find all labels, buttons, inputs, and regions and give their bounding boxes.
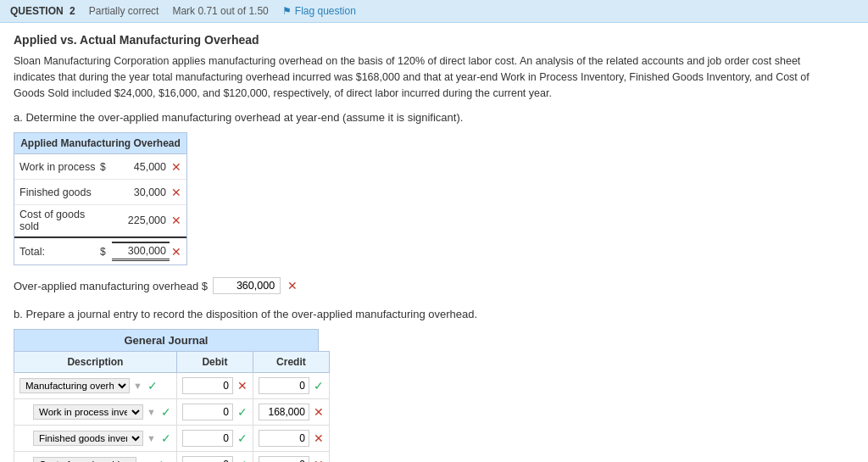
dropdown-arrow-fgi: ▼ [147, 433, 156, 443]
col-header-debit: Debit [176, 352, 253, 373]
general-journal-container: General Journal Description Debit Credit… [14, 329, 319, 462]
credit-cell-wip: ✕ [253, 399, 329, 426]
credit-input-fgi[interactable] [259, 430, 309, 447]
col-header-credit: Credit [253, 352, 329, 373]
debit-check-icon-cogs-journal: ✓ [237, 458, 248, 462]
credit-input-mfg-overhead[interactable] [259, 377, 309, 394]
row-label-work-in-process: Work in process [19, 161, 100, 173]
row-value-finished-goods: 30,000 [112, 186, 170, 198]
debit-cell-fgi: ✓ [176, 426, 253, 452]
debit-input-fgi[interactable] [182, 430, 233, 447]
over-applied-input[interactable] [213, 277, 281, 294]
desc-cell-cogs-journal: Cost of goods sold ▼ ✓ [14, 452, 177, 462]
main-content: Applied vs. Actual Manufacturing Overhea… [0, 23, 848, 462]
x-icon-total[interactable]: ✕ [171, 245, 181, 259]
desc-cell-mfg-overhead: Manufacturing overhead ▼ ✓ [14, 373, 177, 399]
top-bar: QUESTION 2 Partially correct Mark 0.71 o… [0, 0, 868, 23]
part-a-label: a. Determine the over-applied manufactur… [14, 111, 834, 124]
credit-cell-mfg-overhead: ✓ [253, 373, 329, 399]
applied-manufacturing-overhead-table: Applied Manufacturing Overhead Work in p… [14, 132, 187, 265]
row-value-cogs: 225,000 [112, 214, 170, 226]
section-title: Applied vs. Actual Manufacturing Overhea… [14, 33, 834, 47]
table-row: Finished goods 30,000 ✕ [14, 180, 186, 205]
over-applied-row: Over-applied manufacturing overhead $ ✕ [14, 277, 834, 294]
row-label-total: Total: [19, 246, 100, 258]
desc-select-mfg-overhead[interactable]: Manufacturing overhead [19, 378, 130, 393]
status-badge: Partially correct [89, 5, 159, 17]
part-b-label: b. Prepare a journal entry to record the… [14, 308, 834, 320]
row-value-total: 300,000 [112, 242, 170, 261]
table-row: Work in process inventory ▼ ✓ ✓ [14, 399, 330, 426]
over-applied-label: Over-applied manufacturing overhead $ [14, 280, 208, 292]
question-label: QUESTION 2 [10, 5, 75, 17]
credit-input-cogs-journal[interactable] [259, 456, 309, 462]
credit-cell-cogs-journal: ✕ [253, 452, 329, 462]
check-icon-fgi: ✓ [161, 431, 171, 445]
check-icon-wip: ✓ [161, 405, 171, 419]
desc-select-wip[interactable]: Work in process inventory [33, 404, 143, 420]
dropdown-arrow-mfg-overhead: ▼ [133, 381, 142, 391]
credit-x-icon-wip[interactable]: ✕ [314, 405, 324, 419]
table-row: Cost of goods sold 225,000 ✕ [14, 205, 186, 237]
table-row: Work in process $ 45,000 ✕ [14, 154, 186, 180]
debit-check-icon-fgi: ✓ [237, 431, 248, 445]
section-description: Sloan Manufacturing Corporation applies … [14, 53, 834, 101]
x-icon-finished-goods[interactable]: ✕ [171, 186, 181, 199]
desc-cell-wip: Work in process inventory ▼ ✓ [14, 399, 177, 426]
debit-cell-wip: ✓ [176, 399, 253, 426]
credit-x-icon-cogs-journal[interactable]: ✕ [314, 458, 324, 462]
dropdown-arrow-wip: ▼ [147, 407, 156, 417]
mark-label: Mark 0.71 out of 1.50 [172, 5, 268, 17]
debit-input-wip[interactable] [182, 404, 233, 420]
check-icon-mfg-overhead: ✓ [147, 379, 158, 392]
gj-title: General Journal [14, 329, 319, 351]
table-row: Finished goods inventory ▼ ✓ ✓ [14, 426, 330, 452]
desc-select-cogs-journal[interactable]: Cost of goods sold [33, 457, 136, 462]
debit-cell-cogs-journal: ✓ [176, 452, 253, 462]
general-journal-table: Description Debit Credit Manufacturing o… [14, 351, 330, 462]
amo-table-header: Applied Manufacturing Overhead [14, 133, 186, 154]
x-icon-cogs[interactable]: ✕ [171, 214, 181, 227]
row-label-finished-goods: Finished goods [19, 186, 100, 198]
debit-cell-mfg-overhead: ✕ [176, 373, 253, 399]
credit-cell-fgi: ✕ [253, 426, 329, 452]
row-label-cogs: Cost of goods sold [19, 209, 100, 232]
check-icon-cogs-journal: ✓ [154, 458, 164, 462]
flag-icon: ⚑ [282, 5, 292, 17]
flag-question-link[interactable]: ⚑ Flag question [282, 5, 356, 17]
row-value-work-in-process: 45,000 [112, 161, 170, 173]
table-row: Manufacturing overhead ▼ ✓ ✕ [14, 373, 330, 399]
table-row: Cost of goods sold ▼ ✓ ✓ [14, 452, 330, 462]
desc-select-fgi[interactable]: Finished goods inventory [33, 431, 143, 446]
credit-x-icon-fgi[interactable]: ✕ [314, 431, 324, 445]
x-icon-work-in-process[interactable]: ✕ [171, 160, 181, 174]
debit-check-icon-wip: ✓ [237, 405, 248, 419]
col-header-description: Description [14, 352, 177, 373]
credit-check-icon-mfg-overhead: ✓ [314, 379, 324, 392]
desc-cell-fgi: Finished goods inventory ▼ ✓ [14, 426, 177, 452]
debit-x-icon-mfg-overhead[interactable]: ✕ [237, 379, 248, 392]
over-applied-x-icon[interactable]: ✕ [287, 279, 298, 292]
debit-input-cogs-journal[interactable] [182, 456, 233, 462]
credit-input-wip[interactable] [259, 404, 309, 420]
debit-input-mfg-overhead[interactable] [182, 377, 233, 394]
table-row-total: Total: $ 300,000 ✕ [14, 237, 186, 264]
